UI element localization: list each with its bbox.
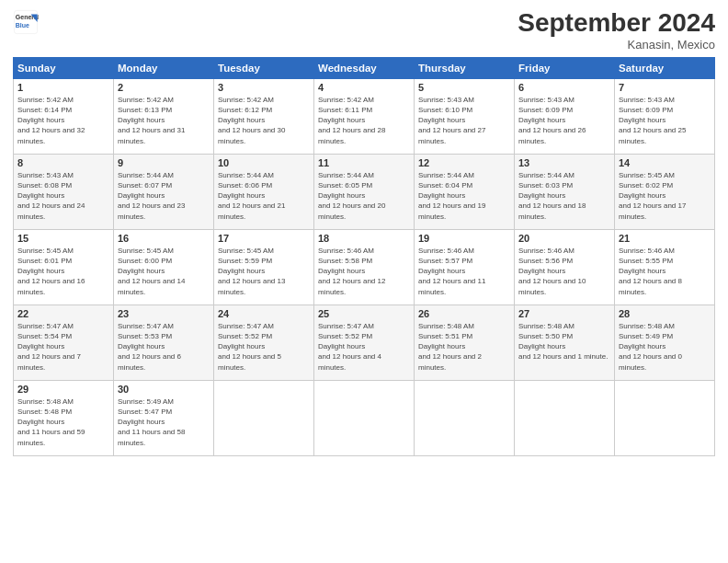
day-info: Sunrise: 5:49 AMSunset: 5:47 PMDaylight … (118, 397, 185, 447)
calendar-table: Sunday Monday Tuesday Wednesday Thursday… (13, 57, 715, 456)
col-friday: Friday (515, 57, 615, 78)
day-info: Sunrise: 5:48 AMSunset: 5:48 PMDaylight … (17, 397, 85, 447)
day-number: 10 (218, 157, 310, 168)
table-cell: 3Sunrise: 5:42 AMSunset: 6:12 PMDaylight… (214, 78, 314, 154)
col-saturday: Saturday (615, 57, 715, 78)
table-cell: 13Sunrise: 5:44 AMSunset: 6:03 PMDayligh… (515, 154, 615, 229)
table-cell: 26Sunrise: 5:48 AMSunset: 5:51 PMDayligh… (415, 304, 515, 380)
table-cell: 30Sunrise: 5:49 AMSunset: 5:47 PMDayligh… (114, 380, 214, 455)
day-info: Sunrise: 5:43 AMSunset: 6:08 PMDaylight … (17, 171, 85, 221)
col-sunday: Sunday (14, 57, 114, 78)
table-row: 15Sunrise: 5:45 AMSunset: 6:01 PMDayligh… (14, 229, 715, 304)
day-info: Sunrise: 5:42 AMSunset: 6:12 PMDaylight … (218, 96, 285, 145)
table-cell: 2Sunrise: 5:42 AMSunset: 6:13 PMDaylight… (114, 78, 214, 154)
day-info: Sunrise: 5:43 AMSunset: 6:09 PMDaylight … (518, 96, 586, 145)
day-number: 19 (418, 233, 510, 244)
day-info: Sunrise: 5:45 AMSunset: 5:59 PMDaylight … (218, 247, 285, 296)
day-number: 20 (518, 233, 610, 244)
table-cell: 20Sunrise: 5:46 AMSunset: 5:56 PMDayligh… (515, 229, 615, 304)
day-info: Sunrise: 5:46 AMSunset: 5:57 PMDaylight … (418, 247, 485, 296)
table-cell: 19Sunrise: 5:46 AMSunset: 5:57 PMDayligh… (415, 229, 515, 304)
day-number: 30 (118, 384, 210, 395)
day-info: Sunrise: 5:44 AMSunset: 6:07 PMDaylight … (118, 171, 185, 221)
table-cell: 11Sunrise: 5:44 AMSunset: 6:05 PMDayligh… (314, 154, 415, 229)
day-number: 17 (218, 233, 310, 244)
svg-text:Blue: Blue (16, 22, 29, 29)
title-area: September 2024 Kanasin, Mexico (518, 9, 715, 52)
table-cell: 8Sunrise: 5:43 AMSunset: 6:08 PMDaylight… (14, 154, 114, 229)
day-info: Sunrise: 5:47 AMSunset: 5:52 PMDaylight … (218, 322, 281, 372)
day-info: Sunrise: 5:47 AMSunset: 5:53 PMDaylight … (118, 322, 181, 372)
day-info: Sunrise: 5:48 AMSunset: 5:50 PMDaylight … (518, 322, 608, 362)
day-number: 9 (118, 157, 210, 168)
table-cell: 25Sunrise: 5:47 AMSunset: 5:52 PMDayligh… (314, 304, 415, 380)
table-row: 22Sunrise: 5:47 AMSunset: 5:54 PMDayligh… (14, 304, 715, 380)
month-title: September 2024 (518, 9, 715, 38)
table-cell: 16Sunrise: 5:45 AMSunset: 6:00 PMDayligh… (114, 229, 214, 304)
day-info: Sunrise: 5:44 AMSunset: 6:06 PMDaylight … (218, 171, 285, 221)
day-info: Sunrise: 5:43 AMSunset: 6:10 PMDaylight … (418, 96, 485, 145)
day-number: 11 (318, 157, 410, 168)
day-number: 27 (518, 308, 610, 319)
location: Kanasin, Mexico (518, 38, 715, 52)
day-info: Sunrise: 5:46 AMSunset: 5:55 PMDaylight … (619, 247, 682, 296)
day-info: Sunrise: 5:47 AMSunset: 5:54 PMDaylight … (17, 322, 81, 372)
day-number: 18 (318, 233, 410, 244)
day-number: 5 (418, 82, 510, 93)
table-row: 1Sunrise: 5:42 AMSunset: 6:14 PMDaylight… (14, 78, 715, 154)
table-cell: 14Sunrise: 5:45 AMSunset: 6:02 PMDayligh… (615, 154, 715, 229)
day-info: Sunrise: 5:45 AMSunset: 6:02 PMDaylight … (619, 171, 686, 221)
day-info: Sunrise: 5:43 AMSunset: 6:09 PMDaylight … (619, 96, 686, 145)
col-monday: Monday (114, 57, 214, 78)
table-cell (314, 380, 415, 455)
table-cell: 1Sunrise: 5:42 AMSunset: 6:14 PMDaylight… (14, 78, 114, 154)
col-tuesday: Tuesday (214, 57, 314, 78)
table-cell: 7Sunrise: 5:43 AMSunset: 6:09 PMDaylight… (615, 78, 715, 154)
day-info: Sunrise: 5:47 AMSunset: 5:52 PMDaylight … (318, 322, 381, 372)
day-number: 26 (418, 308, 510, 319)
table-cell: 10Sunrise: 5:44 AMSunset: 6:06 PMDayligh… (214, 154, 314, 229)
table-row: 8Sunrise: 5:43 AMSunset: 6:08 PMDaylight… (14, 154, 715, 229)
day-info: Sunrise: 5:42 AMSunset: 6:11 PMDaylight … (318, 96, 385, 145)
day-number: 6 (518, 82, 610, 93)
col-thursday: Thursday (415, 57, 515, 78)
day-number: 8 (17, 157, 109, 168)
table-cell: 21Sunrise: 5:46 AMSunset: 5:55 PMDayligh… (615, 229, 715, 304)
table-cell (415, 380, 515, 455)
day-number: 14 (619, 157, 711, 168)
table-cell: 12Sunrise: 5:44 AMSunset: 6:04 PMDayligh… (415, 154, 515, 229)
day-number: 21 (619, 233, 711, 244)
day-number: 1 (17, 82, 109, 93)
logo-icon: General Blue (13, 9, 39, 35)
table-cell (214, 380, 314, 455)
day-info: Sunrise: 5:48 AMSunset: 5:51 PMDaylight … (418, 322, 482, 372)
day-info: Sunrise: 5:44 AMSunset: 6:03 PMDaylight … (518, 171, 586, 221)
table-cell (515, 380, 615, 455)
col-wednesday: Wednesday (314, 57, 415, 78)
table-cell: 18Sunrise: 5:46 AMSunset: 5:58 PMDayligh… (314, 229, 415, 304)
day-number: 22 (17, 308, 109, 319)
day-info: Sunrise: 5:46 AMSunset: 5:56 PMDaylight … (518, 247, 586, 296)
table-cell: 29Sunrise: 5:48 AMSunset: 5:48 PMDayligh… (14, 380, 114, 455)
page: General Blue September 2024 Kanasin, Mex… (0, 0, 728, 563)
table-cell (615, 380, 715, 455)
day-info: Sunrise: 5:46 AMSunset: 5:58 PMDaylight … (318, 247, 385, 296)
day-info: Sunrise: 5:44 AMSunset: 6:04 PMDaylight … (418, 171, 485, 221)
table-cell: 22Sunrise: 5:47 AMSunset: 5:54 PMDayligh… (14, 304, 114, 380)
day-info: Sunrise: 5:42 AMSunset: 6:14 PMDaylight … (17, 96, 85, 145)
logo: General Blue (13, 9, 40, 35)
day-number: 16 (118, 233, 210, 244)
table-cell: 6Sunrise: 5:43 AMSunset: 6:09 PMDaylight… (515, 78, 615, 154)
day-number: 24 (218, 308, 310, 319)
day-info: Sunrise: 5:42 AMSunset: 6:13 PMDaylight … (118, 96, 185, 145)
table-cell: 28Sunrise: 5:48 AMSunset: 5:49 PMDayligh… (615, 304, 715, 380)
table-cell: 5Sunrise: 5:43 AMSunset: 6:10 PMDaylight… (415, 78, 515, 154)
day-number: 3 (218, 82, 310, 93)
header-row: Sunday Monday Tuesday Wednesday Thursday… (14, 57, 715, 78)
day-number: 7 (619, 82, 711, 93)
day-info: Sunrise: 5:44 AMSunset: 6:05 PMDaylight … (318, 171, 385, 221)
table-cell: 23Sunrise: 5:47 AMSunset: 5:53 PMDayligh… (114, 304, 214, 380)
day-number: 25 (318, 308, 410, 319)
day-number: 15 (17, 233, 109, 244)
day-number: 23 (118, 308, 210, 319)
